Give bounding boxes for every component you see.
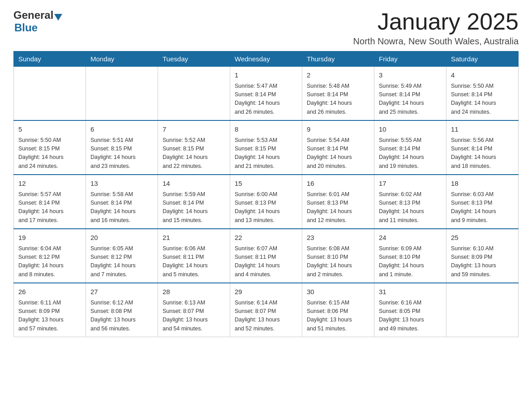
logo-triangle-icon — [54, 14, 62, 21]
day-number: 25 — [451, 233, 514, 243]
day-info: Sunrise: 5:59 AMSunset: 8:14 PMDaylight:… — [163, 190, 225, 225]
day-info: Sunrise: 5:54 AMSunset: 8:14 PMDaylight:… — [307, 136, 369, 171]
day-info: Sunrise: 6:15 AMSunset: 8:06 PMDaylight:… — [307, 299, 369, 334]
day-info: Sunrise: 6:03 AMSunset: 8:13 PMDaylight:… — [451, 190, 514, 225]
day-number: 5 — [18, 124, 81, 135]
calendar-week-row: 1Sunrise: 5:47 AMSunset: 8:14 PMDaylight… — [14, 67, 519, 121]
day-info: Sunrise: 6:00 AMSunset: 8:13 PMDaylight:… — [235, 190, 297, 225]
page-header: General Blue January 2025 North Nowra, N… — [13, 9, 519, 47]
day-info: Sunrise: 5:58 AMSunset: 8:14 PMDaylight:… — [90, 190, 153, 225]
day-number: 28 — [163, 287, 225, 297]
calendar-week-row: 19Sunrise: 6:04 AMSunset: 8:12 PMDayligh… — [14, 229, 519, 283]
logo-general-text: General — [13, 9, 53, 21]
table-row: 29Sunrise: 6:14 AMSunset: 8:07 PMDayligh… — [230, 283, 302, 337]
table-row: 28Sunrise: 6:13 AMSunset: 8:07 PMDayligh… — [158, 283, 230, 337]
table-row: 17Sunrise: 6:02 AMSunset: 8:13 PMDayligh… — [374, 175, 446, 229]
day-number: 7 — [163, 124, 225, 135]
day-number: 3 — [379, 70, 442, 81]
day-info: Sunrise: 5:56 AMSunset: 8:14 PMDaylight:… — [451, 136, 514, 171]
table-row — [446, 283, 519, 337]
day-number: 27 — [90, 287, 153, 297]
day-info: Sunrise: 5:53 AMSunset: 8:15 PMDaylight:… — [235, 136, 297, 171]
day-number: 12 — [18, 179, 81, 189]
col-sunday: Sunday — [14, 51, 86, 67]
table-row: 20Sunrise: 6:05 AMSunset: 8:12 PMDayligh… — [86, 229, 158, 283]
day-number: 10 — [379, 124, 442, 135]
table-row: 5Sunrise: 5:50 AMSunset: 8:15 PMDaylight… — [14, 120, 86, 175]
logo: General Blue — [13, 9, 62, 34]
col-wednesday: Wednesday — [230, 51, 302, 67]
col-friday: Friday — [374, 51, 446, 67]
day-number: 11 — [451, 124, 514, 135]
col-thursday: Thursday — [302, 51, 374, 67]
day-info: Sunrise: 6:10 AMSunset: 8:09 PMDaylight:… — [451, 244, 514, 279]
day-number: 18 — [451, 179, 514, 189]
table-row: 13Sunrise: 5:58 AMSunset: 8:14 PMDayligh… — [86, 175, 158, 229]
day-info: Sunrise: 5:47 AMSunset: 8:14 PMDaylight:… — [235, 82, 297, 117]
day-info: Sunrise: 6:01 AMSunset: 8:13 PMDaylight:… — [307, 190, 369, 225]
title-block: January 2025 North Nowra, New South Wale… — [353, 9, 519, 47]
table-row: 27Sunrise: 6:12 AMSunset: 8:08 PMDayligh… — [86, 283, 158, 337]
col-tuesday: Tuesday — [158, 51, 230, 67]
day-number: 15 — [235, 179, 297, 189]
logo-blue-text: Blue — [14, 21, 38, 34]
table-row: 14Sunrise: 5:59 AMSunset: 8:14 PMDayligh… — [158, 175, 230, 229]
day-number: 14 — [163, 179, 225, 189]
day-number: 26 — [18, 287, 81, 297]
day-number: 4 — [451, 70, 514, 81]
day-number: 6 — [90, 124, 153, 135]
day-info: Sunrise: 5:52 AMSunset: 8:15 PMDaylight:… — [163, 136, 225, 171]
table-row: 7Sunrise: 5:52 AMSunset: 8:15 PMDaylight… — [158, 120, 230, 175]
table-row: 3Sunrise: 5:49 AMSunset: 8:14 PMDaylight… — [374, 67, 446, 121]
table-row — [86, 67, 158, 121]
day-number: 31 — [379, 287, 442, 297]
table-row: 18Sunrise: 6:03 AMSunset: 8:13 PMDayligh… — [446, 175, 519, 229]
day-info: Sunrise: 6:12 AMSunset: 8:08 PMDaylight:… — [90, 299, 153, 334]
day-number: 22 — [235, 233, 297, 243]
table-row: 31Sunrise: 6:16 AMSunset: 8:05 PMDayligh… — [374, 283, 446, 337]
day-number: 29 — [235, 287, 297, 297]
table-row: 30Sunrise: 6:15 AMSunset: 8:06 PMDayligh… — [302, 283, 374, 337]
day-number: 13 — [90, 179, 153, 189]
day-number: 16 — [307, 179, 369, 189]
day-info: Sunrise: 5:50 AMSunset: 8:15 PMDaylight:… — [18, 136, 81, 171]
table-row: 6Sunrise: 5:51 AMSunset: 8:15 PMDaylight… — [86, 120, 158, 175]
day-info: Sunrise: 6:04 AMSunset: 8:12 PMDaylight:… — [18, 244, 81, 279]
day-info: Sunrise: 5:50 AMSunset: 8:14 PMDaylight:… — [451, 82, 514, 117]
day-number: 30 — [307, 287, 369, 297]
day-info: Sunrise: 6:02 AMSunset: 8:13 PMDaylight:… — [379, 190, 442, 225]
calendar-header-row: Sunday Monday Tuesday Wednesday Thursday… — [14, 51, 519, 67]
table-row: 4Sunrise: 5:50 AMSunset: 8:14 PMDaylight… — [446, 67, 519, 121]
table-row: 19Sunrise: 6:04 AMSunset: 8:12 PMDayligh… — [14, 229, 86, 283]
day-number: 17 — [379, 179, 442, 189]
col-monday: Monday — [86, 51, 158, 67]
day-info: Sunrise: 5:49 AMSunset: 8:14 PMDaylight:… — [379, 82, 442, 117]
calendar-table: Sunday Monday Tuesday Wednesday Thursday… — [13, 51, 519, 337]
table-row: 2Sunrise: 5:48 AMSunset: 8:14 PMDaylight… — [302, 67, 374, 121]
day-info: Sunrise: 6:09 AMSunset: 8:10 PMDaylight:… — [379, 244, 442, 279]
day-number: 2 — [307, 70, 369, 81]
day-number: 20 — [90, 233, 153, 243]
day-info: Sunrise: 6:14 AMSunset: 8:07 PMDaylight:… — [235, 299, 297, 334]
day-info: Sunrise: 6:06 AMSunset: 8:11 PMDaylight:… — [163, 244, 225, 279]
table-row: 1Sunrise: 5:47 AMSunset: 8:14 PMDaylight… — [230, 67, 302, 121]
day-number: 23 — [307, 233, 369, 243]
day-number: 8 — [235, 124, 297, 135]
day-info: Sunrise: 6:08 AMSunset: 8:10 PMDaylight:… — [307, 244, 369, 279]
month-title: January 2025 — [353, 9, 519, 34]
table-row: 16Sunrise: 6:01 AMSunset: 8:13 PMDayligh… — [302, 175, 374, 229]
day-info: Sunrise: 5:55 AMSunset: 8:14 PMDaylight:… — [379, 136, 442, 171]
table-row: 25Sunrise: 6:10 AMSunset: 8:09 PMDayligh… — [446, 229, 519, 283]
day-info: Sunrise: 6:16 AMSunset: 8:05 PMDaylight:… — [379, 299, 442, 334]
day-number: 21 — [163, 233, 225, 243]
col-saturday: Saturday — [446, 51, 519, 67]
day-info: Sunrise: 6:11 AMSunset: 8:09 PMDaylight:… — [18, 299, 81, 334]
table-row — [158, 67, 230, 121]
table-row: 22Sunrise: 6:07 AMSunset: 8:11 PMDayligh… — [230, 229, 302, 283]
day-info: Sunrise: 6:13 AMSunset: 8:07 PMDaylight:… — [163, 299, 225, 334]
day-info: Sunrise: 6:05 AMSunset: 8:12 PMDaylight:… — [90, 244, 153, 279]
day-number: 19 — [18, 233, 81, 243]
table-row — [14, 67, 86, 121]
location-subtitle: North Nowra, New South Wales, Australia — [353, 36, 519, 47]
table-row: 24Sunrise: 6:09 AMSunset: 8:10 PMDayligh… — [374, 229, 446, 283]
